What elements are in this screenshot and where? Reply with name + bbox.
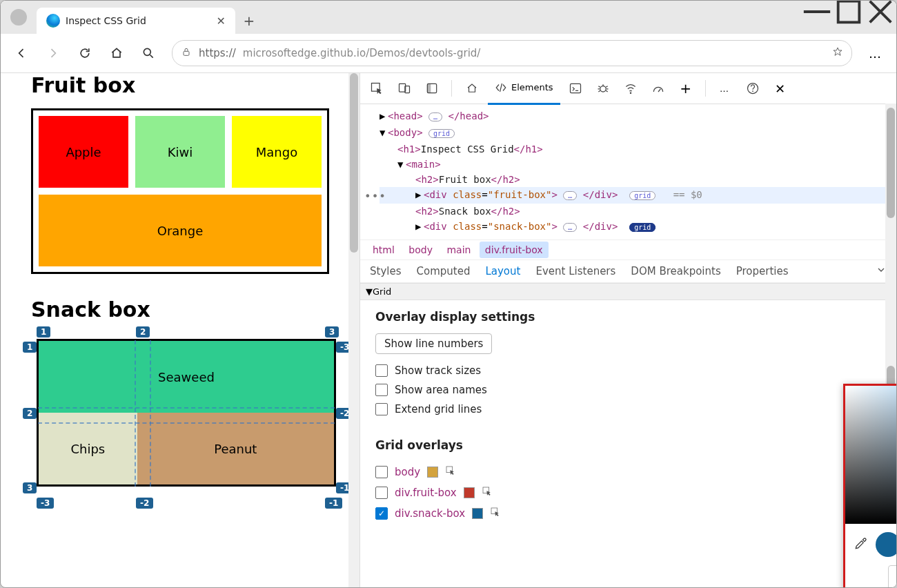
grid-overlays-header: Grid overlays: [375, 438, 881, 452]
reveal-icon[interactable]: [490, 507, 501, 520]
tab-properties[interactable]: Properties: [736, 265, 789, 277]
grid-num: -2: [136, 498, 153, 509]
svg-point-9: [600, 86, 605, 92]
grid-num: 3: [23, 482, 37, 493]
color-r-input[interactable]: 19: [888, 565, 897, 588]
refresh-button[interactable]: [71, 39, 99, 67]
url-protocol: https://: [199, 47, 236, 59]
tab-computed[interactable]: Computed: [417, 265, 471, 277]
toolbar: https://microsoftedge.github.io/Demos/de…: [1, 34, 896, 73]
overlay-snack-swatch[interactable]: [472, 508, 483, 519]
grid-section-header[interactable]: ▼Grid: [360, 283, 896, 300]
grid-num: 1: [37, 326, 50, 337]
favorite-star-icon[interactable]: [832, 46, 843, 60]
eyedropper-icon[interactable]: [854, 537, 867, 553]
reveal-icon[interactable]: [445, 465, 456, 479]
help-icon[interactable]: [740, 76, 765, 101]
line-numbers-select[interactable]: Show line numbers: [375, 333, 492, 354]
page-viewport[interactable]: Fruit box Apple Kiwi Mango Orange Snack …: [1, 73, 360, 588]
window-minimize-icon[interactable]: [801, 1, 833, 23]
tab-layout[interactable]: Layout: [485, 265, 520, 277]
overlay-body-swatch[interactable]: [427, 467, 438, 478]
svg-rect-2: [184, 51, 189, 55]
device-emulation-icon[interactable]: [392, 76, 417, 101]
grid-gap-horizontal: [38, 407, 335, 424]
tab-dom-breakpoints[interactable]: DOM Breakpoints: [631, 265, 720, 277]
overlay-body-label[interactable]: body: [395, 466, 420, 478]
color-picker-popover: 19 99 150 R G B: [843, 384, 897, 588]
title-bar: Inspect CSS Grid ✕ +: [1, 1, 896, 34]
overlay-settings-header: Overlay display settings: [375, 310, 881, 324]
overlay-fruit-swatch[interactable]: [464, 487, 475, 498]
heading-snack: Snack box: [31, 297, 329, 322]
checkbox-extend-lines[interactable]: [375, 403, 388, 415]
window-close-icon[interactable]: [865, 1, 896, 23]
performance-icon[interactable]: [646, 76, 671, 101]
site-lock-icon[interactable]: [181, 46, 192, 60]
svg-rect-7: [427, 84, 431, 92]
svg-rect-8: [570, 84, 580, 92]
window-maximize-icon[interactable]: [833, 1, 865, 23]
tab-event-listeners[interactable]: Event Listeners: [535, 265, 615, 277]
breadcrumb: html body main div.fruit-box: [360, 239, 896, 260]
devtools-tabbar: Elements + … ✕: [360, 73, 896, 104]
page-scrollbar[interactable]: [348, 73, 359, 588]
grid-badge-active[interactable]: grid: [629, 223, 656, 232]
svg-point-1: [144, 48, 150, 55]
back-button[interactable]: [8, 39, 35, 67]
settings-more-icon[interactable]: …: [713, 76, 738, 101]
tab-welcome[interactable]: [459, 73, 485, 104]
fruit-box: Apple Kiwi Mango Orange: [31, 108, 329, 274]
svg-point-10: [629, 92, 631, 94]
grid-num: 2: [23, 408, 37, 419]
cell-orange: Orange: [39, 195, 322, 266]
checkbox-snack-box[interactable]: ✓: [375, 507, 388, 520]
search-button[interactable]: [135, 39, 162, 67]
grid-num: 3: [325, 326, 339, 337]
dom-row-actions-icon[interactable]: •••: [364, 189, 386, 204]
edge-favicon: [46, 14, 60, 28]
tab-styles[interactable]: Styles: [370, 265, 402, 277]
overlay-snack-label[interactable]: div.snack-box: [395, 507, 465, 520]
console-icon[interactable]: [563, 76, 588, 101]
devtools-close-icon[interactable]: ✕: [768, 76, 793, 101]
inspect-element-icon[interactable]: [364, 76, 389, 101]
reveal-icon[interactable]: [482, 486, 493, 500]
cell-mango: Mango: [232, 116, 322, 188]
address-bar[interactable]: https://microsoftedge.github.io/Demos/de…: [172, 40, 852, 66]
tab-close-icon[interactable]: ✕: [217, 14, 226, 28]
more-tabs-icon[interactable]: +: [673, 76, 698, 101]
crumb-main[interactable]: main: [441, 242, 476, 258]
forward-button[interactable]: [39, 39, 67, 67]
dom-selected-row[interactable]: ••• ▶<div class="fruit-box"> … </div> gr…: [379, 187, 896, 204]
color-sv-field[interactable]: [845, 386, 897, 524]
more-button[interactable]: …: [862, 39, 889, 67]
checkbox-body[interactable]: [375, 466, 388, 478]
checkbox-fruit-box[interactable]: [375, 487, 388, 499]
svg-rect-0: [838, 1, 860, 23]
profile-avatar[interactable]: [10, 9, 27, 26]
overlay-fruit-label[interactable]: div.fruit-box: [395, 487, 457, 499]
grid-num: -3: [37, 498, 54, 509]
checkbox-area-names[interactable]: [375, 384, 388, 396]
styles-tabbar: Styles Computed Layout Event Listeners D…: [360, 260, 896, 283]
crumb-body[interactable]: body: [403, 242, 438, 258]
new-tab-button[interactable]: +: [235, 8, 263, 34]
dom-tree[interactable]: ▶<head> … </head> ▼<body> grid <h1>Inspe…: [360, 104, 896, 239]
network-icon[interactable]: [618, 76, 643, 101]
svg-point-12: [752, 90, 753, 92]
sources-bug-icon[interactable]: [591, 76, 615, 101]
cell-kiwi: Kiwi: [135, 116, 225, 188]
grid-num: -1: [325, 498, 342, 509]
grid-num: 2: [136, 326, 150, 337]
crumb-selected[interactable]: div.fruit-box: [480, 242, 549, 258]
dock-side-icon[interactable]: [420, 76, 444, 101]
heading-fruit: Fruit box: [31, 73, 329, 97]
crumb-html[interactable]: html: [367, 242, 400, 258]
url-text: microsoftedge.github.io/Demos/devtools-g…: [243, 47, 481, 59]
browser-tab[interactable]: Inspect CSS Grid ✕: [37, 8, 235, 34]
checkbox-track-sizes[interactable]: [375, 364, 388, 377]
home-button[interactable]: [103, 39, 130, 67]
grid-badge[interactable]: grid: [629, 191, 656, 200]
tab-elements[interactable]: Elements: [488, 72, 560, 105]
